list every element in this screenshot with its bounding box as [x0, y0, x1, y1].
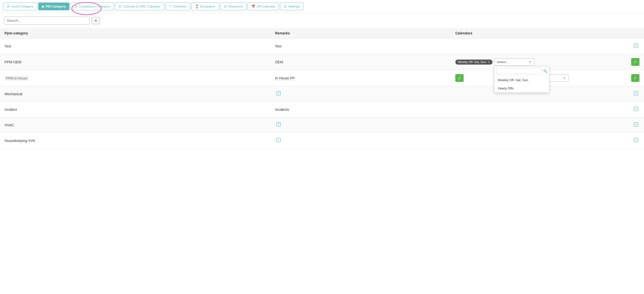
edit-icon: [633, 122, 638, 127]
tab-label: Off-Calendar: [257, 5, 275, 8]
edit-calendar-button[interactable]: [632, 137, 639, 144]
cell-calendars: [451, 38, 644, 54]
col-header-calendars: Calendars: [451, 28, 644, 38]
calendar-cell-content: [455, 137, 639, 144]
edit-remarks-button[interactable]: [281, 47, 284, 48]
search-icon: 🔍: [543, 69, 547, 73]
edit-icon: [633, 91, 638, 96]
escalation-icon: ⌛: [195, 5, 199, 8]
cell-remarks: [270, 133, 451, 149]
table-row: PPM-OEMOEMWeekly Off- Sat, Sun✕Select...…: [0, 54, 644, 70]
tab-pm-category[interactable]: ▶PM Category: [38, 3, 69, 10]
dropdown-search-input[interactable]: [496, 68, 542, 74]
cell-remarks: [270, 117, 451, 133]
cell-ppm-category: PPM-In House: [0, 70, 270, 86]
pm-category-icon: ▶: [42, 5, 45, 8]
edit-calendar-button[interactable]: [632, 90, 639, 97]
dropdown-option[interactable]: Weekly Off- Sat, Sun: [494, 76, 549, 84]
confirm-calendar-button-left[interactable]: ✓: [455, 74, 464, 82]
tab-contract-amc[interactable]: ☰Contract & AMC Category: [115, 3, 164, 10]
calendar-cell-content: [455, 42, 639, 50]
cell-ppm-category: Mechanical: [0, 86, 270, 102]
cell-remarks: In House PP✎: [270, 70, 451, 86]
tab-bar: ⚙Asset Category▶PM Category☰Compliance C…: [0, 0, 644, 13]
edit-icon: [276, 91, 281, 96]
dropdown-search-wrap: 🔍: [494, 66, 549, 76]
tab-label: Settings: [288, 5, 300, 8]
asset-category-icon: ⚙: [7, 5, 10, 8]
tab-label: PM Category: [46, 5, 66, 8]
tab-checklist[interactable]: ✔Checklist: [165, 3, 190, 10]
chevron-down-icon: ▼: [529, 61, 532, 64]
chevron-down-icon: ▼: [563, 77, 566, 80]
search-clear-button[interactable]: ✕: [92, 17, 100, 24]
edit-remarks-button[interactable]: [275, 90, 282, 97]
cell-calendars: [451, 133, 644, 149]
edit-calendar-button[interactable]: [632, 121, 639, 129]
confirm-calendar-button-right[interactable]: ✓: [631, 74, 639, 82]
cell-ppm-category: Housekeeping-VVK: [0, 133, 270, 149]
select-placeholder: Select...: [497, 60, 509, 64]
tab-label: Escalation: [200, 5, 215, 8]
calendar-dropdown-menu: 🔍Weekly Off- Sat, SunYearly Offs: [494, 66, 549, 93]
tag-label: Weekly Off- Sat, Sun: [458, 60, 486, 64]
cell-ppm-category: Test: [0, 38, 270, 54]
calendar-select-trigger[interactable]: Select...▼: [494, 58, 534, 66]
cell-calendars: [451, 117, 644, 133]
calendar-tag-badge: Weekly Off- Sat, Sun✕: [455, 60, 493, 65]
tab-asset-category[interactable]: ⚙Asset Category: [3, 3, 37, 10]
edit-remarks-button[interactable]: [283, 63, 285, 64]
cell-remarks: Test: [270, 38, 451, 54]
search-bar: ✕: [0, 13, 644, 28]
cell-ppm-category: Incident: [0, 102, 270, 117]
table-row: IncidentIncidents: [0, 102, 644, 117]
edit-remarks-button[interactable]: [275, 137, 282, 144]
cell-remarks: OEM: [270, 54, 451, 70]
tab-label: Sequence: [228, 5, 243, 8]
sequence-icon: ☰: [224, 5, 227, 8]
off-calendar-icon: 📅: [251, 5, 255, 8]
search-input[interactable]: [4, 17, 90, 25]
tab-settings[interactable]: ☰Settings: [280, 3, 304, 10]
settings-icon: ☰: [284, 5, 287, 8]
col-header-remarks: Remarks: [270, 28, 451, 38]
table-row: TestTest: [0, 38, 644, 54]
tab-label: Checklist: [173, 5, 186, 8]
edit-calendar-button[interactable]: [632, 106, 639, 113]
tab-off-calendar[interactable]: 📅Off-Calendar: [248, 3, 279, 10]
tag-remove-button[interactable]: ✕: [488, 60, 490, 64]
tab-escalation[interactable]: ⌛Escalation: [191, 3, 219, 10]
calendar-select-wrapper[interactable]: Select...▼🔍Weekly Off- Sat, SunYearly Of…: [494, 58, 534, 66]
cell-ppm-category: PPM-OEM: [0, 54, 270, 70]
cell-remarks: Incidents: [270, 102, 451, 117]
dropdown-option[interactable]: Yearly Offs: [494, 84, 549, 92]
cell-calendars: Weekly Off- Sat, Sun✕Select...▼🔍Weekly O…: [451, 54, 644, 70]
edit-calendar-button[interactable]: [632, 42, 639, 50]
edit-remarks-button[interactable]: [289, 110, 291, 111]
pm-category-table: Ppm-category Remarks Calendars TestTestP…: [0, 28, 644, 149]
confirm-calendar-button[interactable]: ✓: [631, 58, 639, 66]
edit-icon: [633, 43, 638, 48]
calendar-cell-content: [455, 106, 639, 113]
edit-icon: [276, 122, 281, 127]
calendar-cell-left: Weekly Off- Sat, Sun✕Select...▼🔍Weekly O…: [455, 58, 534, 66]
ppm-inhouse-label: PPM-In House: [5, 76, 29, 81]
table-row: Housekeeping-VVK: [0, 133, 644, 149]
tab-label: Asset Category: [11, 5, 33, 8]
tab-compliance-category[interactable]: ☰Compliance Category: [70, 3, 114, 10]
tab-label: Contract & AMC Category: [123, 5, 160, 8]
edit-icon: [633, 106, 638, 111]
edit-icon: [633, 137, 638, 142]
compliance-category-icon: ☰: [74, 5, 77, 8]
calendar-cell-content: Weekly Off- Sat, Sun✕Select...▼🔍Weekly O…: [455, 58, 639, 66]
edit-icon: [276, 137, 281, 142]
table-row: HVAC: [0, 117, 644, 133]
tab-sequence[interactable]: ☰Sequence: [220, 3, 247, 10]
calendar-cell-content: [455, 121, 639, 129]
table-header-row: Ppm-category Remarks Calendars: [0, 28, 644, 38]
col-header-ppm-category: Ppm-category: [0, 28, 270, 38]
tab-label: Compliance Category: [78, 5, 110, 8]
contract-amc-icon: ☰: [118, 5, 122, 8]
edit-remarks-button[interactable]: [275, 121, 282, 129]
cell-ppm-category: HVAC: [0, 117, 270, 133]
